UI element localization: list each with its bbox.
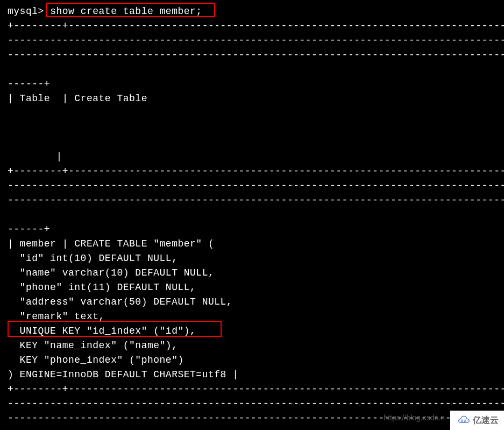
separator-end: ------+ [8, 222, 496, 237]
mysql-prompt: mysql> [8, 6, 44, 17]
separator-line: ----------------------------------------… [8, 193, 496, 208]
blank-line [8, 135, 496, 150]
table-header: | Table | Create Table [8, 91, 496, 106]
column-address: "address" varchar(50) DEFAULT NULL, [8, 295, 496, 309]
brand-name: 亿速云 [473, 414, 499, 427]
key-name-index: KEY "name_index" ("name"), [8, 339, 496, 353]
key-phone-index: KEY "phone_index" ("phone") [8, 353, 496, 368]
column-phone: "phone" int(11) DEFAULT NULL, [8, 280, 496, 295]
column-name: "name" varchar(10) DEFAULT NULL, [8, 266, 496, 280]
terminal-output: mysql> show create table member; +------… [8, 4, 496, 426]
column-id: "id" int(10) DEFAULT NULL, [8, 251, 496, 266]
blank-line [8, 106, 496, 121]
separator-line: +--------+------------------------------… [8, 19, 496, 33]
blank-line [8, 208, 496, 222]
cloud-icon [456, 415, 471, 426]
engine-line: ) ENGINE=InnoDB DEFAULT CHARSET=utf8 | [8, 368, 496, 382]
separator-line: ----------------------------------------… [8, 48, 496, 62]
watermark-text: https://blog.csdn.n [384, 412, 445, 424]
brand-badge: 亿速云 [450, 411, 504, 430]
sql-command[interactable]: show create table member; [50, 6, 202, 17]
create-table-line: | member | CREATE TABLE "member" ( [8, 237, 496, 251]
separator-line [8, 62, 496, 77]
command-line: mysql> show create table member; [8, 4, 496, 19]
svg-point-1 [464, 420, 466, 422]
separator-line: ----------------------------------------… [8, 179, 496, 193]
column-remark: "remark" text, [8, 309, 496, 324]
separator-end: ------+ [8, 77, 496, 91]
svg-point-0 [461, 420, 463, 422]
separator-line: +--------+------------------------------… [8, 382, 496, 397]
blank-line [8, 121, 496, 135]
separator-line: ----------------------------------------… [8, 397, 496, 411]
unique-key-line: UNIQUE KEY "id_index" ("id"), [8, 324, 496, 339]
pipe-line: | [8, 150, 496, 164]
separator-line: +--------+------------------------------… [8, 164, 496, 179]
separator-line: ----------------------------------------… [8, 33, 496, 48]
